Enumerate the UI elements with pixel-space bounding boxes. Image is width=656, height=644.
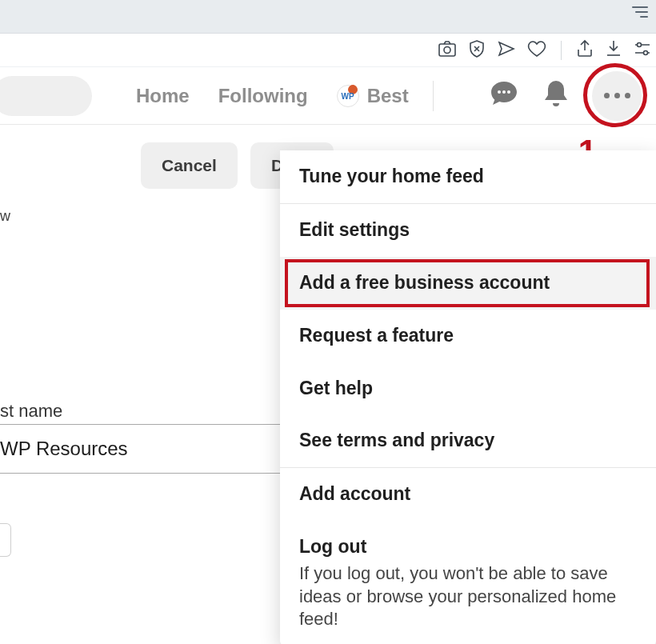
menu-add-account[interactable]: Add account [280,468,656,521]
nav-best-label: Best [367,85,409,107]
browser-top-bar [0,0,656,34]
menu-add-business-account[interactable]: Add a free business account 2 [280,257,656,310]
settings-sliders-icon[interactable] [634,40,651,61]
messages-icon[interactable] [488,78,520,114]
camera-icon[interactable] [438,40,457,61]
menu-add-business-account-label: Add a free business account [299,272,550,293]
nav-best[interactable]: WP Best [337,85,409,107]
menu-tune-feed[interactable]: Tune your home feed [280,150,656,203]
nav-following[interactable]: Following [218,85,308,107]
menu-log-out-subtext: If you log out, you won't be able to sav… [299,562,637,631]
menu-log-out-label: Log out [299,536,366,557]
toolbar-divider [561,41,562,60]
menu-terms-privacy[interactable]: See terms and privacy [280,414,656,467]
browser-toolbar [0,34,656,67]
menu-log-out[interactable]: Log out If you log out, you won't be abl… [280,521,656,644]
wp-badge-icon: WP [337,85,359,107]
shield-x-icon[interactable] [468,39,486,62]
send-icon[interactable] [497,40,516,61]
search-pill[interactable] [0,76,92,116]
hamburger-icon[interactable] [632,6,648,18]
more-options-menu: Tune your home feed Edit settings Add a … [280,150,656,644]
heart-icon[interactable] [527,40,546,61]
nav-links: Home Following WP Best [136,85,409,107]
svg-point-2 [638,42,642,46]
menu-get-help[interactable]: Get help [280,362,656,415]
nav-home[interactable]: Home [136,85,190,107]
menu-edit-settings[interactable]: Edit settings [280,204,656,257]
partial-element [0,523,11,557]
download-icon[interactable] [605,39,622,62]
svg-rect-0 [439,44,455,56]
app-header: Home Following WP Best [0,67,656,125]
nav-separator [433,81,434,111]
svg-point-5 [502,90,506,94]
notifications-icon[interactable] [542,79,570,113]
svg-point-4 [498,90,501,94]
cancel-button[interactable]: Cancel [141,142,238,189]
svg-point-1 [444,46,450,53]
svg-point-6 [507,90,510,94]
menu-request-feature[interactable]: Request a feature [280,310,656,362]
share-icon[interactable] [576,39,594,62]
header-icons [488,71,642,121]
svg-point-3 [644,50,648,54]
more-options-button[interactable] [592,71,642,121]
